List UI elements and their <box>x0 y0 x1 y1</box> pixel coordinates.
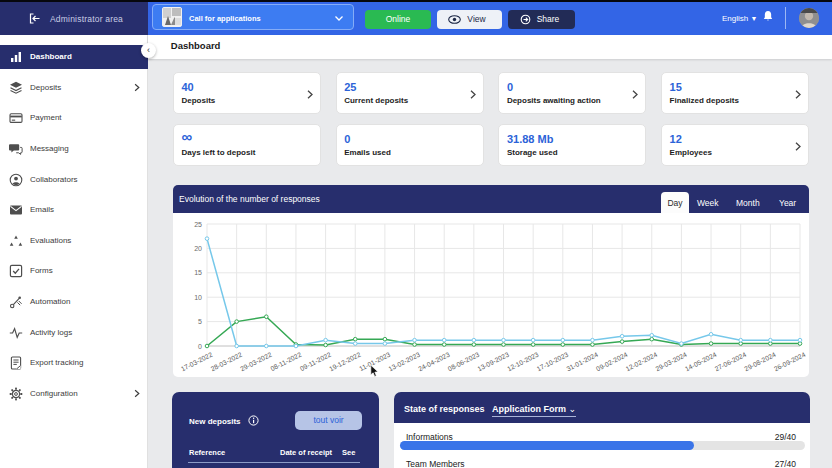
svg-text:0: 0 <box>198 343 202 350</box>
svg-text:15: 15 <box>194 269 202 276</box>
svg-text:12-02-2024: 12-02-2024 <box>625 351 659 373</box>
svg-text:17-10-2023: 17-10-2023 <box>536 351 570 373</box>
svg-text:10: 10 <box>194 294 202 301</box>
svg-text:13-02-2023: 13-02-2023 <box>387 351 421 373</box>
svg-text:14-05-2024: 14-05-2024 <box>684 351 718 373</box>
svg-text:20: 20 <box>194 245 202 252</box>
svg-text:19-12-2022: 19-12-2022 <box>328 351 362 373</box>
svg-text:24-04-2023: 24-04-2023 <box>417 351 451 373</box>
svg-text:29-03-2024: 29-03-2024 <box>654 351 688 373</box>
svg-text:12-10-2023: 12-10-2023 <box>506 351 540 373</box>
svg-text:27-06-2024: 27-06-2024 <box>713 351 747 373</box>
svg-text:26-09-2024: 26-09-2024 <box>773 351 807 373</box>
svg-text:25: 25 <box>194 221 202 228</box>
svg-text:08-11-2022: 08-11-2022 <box>269 351 302 373</box>
svg-text:29-08-2024: 29-08-2024 <box>743 351 777 373</box>
svg-text:09-11-2022: 09-11-2022 <box>299 351 332 373</box>
svg-text:13-09-2023: 13-09-2023 <box>476 351 510 373</box>
svg-text:08-06-2023: 08-06-2023 <box>447 351 481 373</box>
svg-text:28-03-2022: 28-03-2022 <box>209 351 243 373</box>
svg-text:31-01-2024: 31-01-2024 <box>565 351 599 373</box>
svg-text:5: 5 <box>198 318 202 325</box>
svg-text:29-03-2022: 29-03-2022 <box>239 351 273 373</box>
svg-text:17-03-2022: 17-03-2022 <box>180 351 214 373</box>
svg-text:09-02-2024: 09-02-2024 <box>595 351 629 373</box>
